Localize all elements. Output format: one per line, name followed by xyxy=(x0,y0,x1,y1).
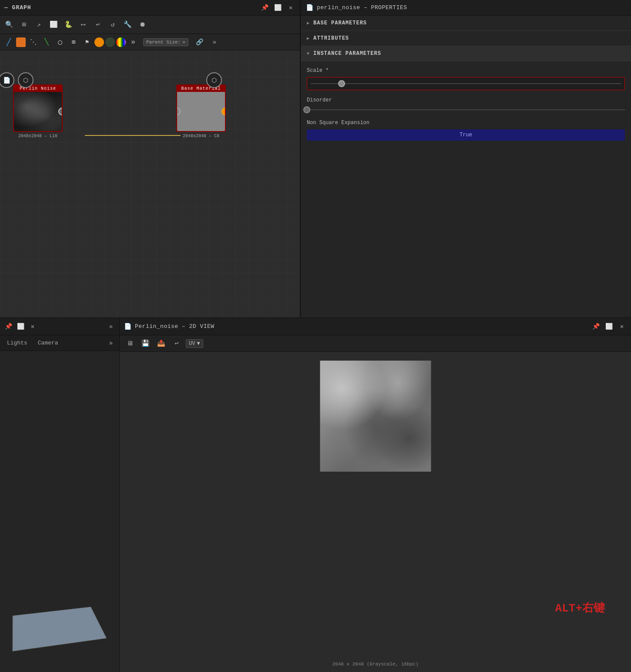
perlin-2d-image-inner xyxy=(320,361,431,472)
fit-button[interactable]: ⊞ xyxy=(17,18,30,31)
dark-circle-btn[interactable] xyxy=(105,37,115,47)
grid-btn[interactable]: ⊞ xyxy=(67,36,80,48)
scatter-btn[interactable]: ⋱ xyxy=(27,36,39,48)
maximize-button[interactable]: ⬜ xyxy=(273,3,282,13)
perlin-noise-node[interactable]: 📄 ⬡ Perlin Noise 2048x2048 – L16 xyxy=(13,72,63,138)
properties-title: perlin_noise – PROPERTIES xyxy=(317,4,407,11)
left-panel-body xyxy=(0,351,119,672)
chevron-more-btn[interactable]: » xyxy=(127,36,139,48)
color-line-btn[interactable]: ╱ xyxy=(3,36,15,48)
graph-title: — GRAPH xyxy=(4,4,31,11)
graph-header: — GRAPH 📌 ⬜ ✕ xyxy=(0,0,300,16)
camera-tab[interactable]: Camera xyxy=(34,338,62,348)
view2d-pin[interactable]: 📌 xyxy=(591,322,601,331)
perlin-settings-icon[interactable]: ⬡ xyxy=(18,72,34,88)
python-button[interactable]: 🐍 xyxy=(62,18,75,31)
instance-parameters-label: INSTANCE PARAMETERS xyxy=(313,51,381,57)
view2d-title: Perlin_noise – 2D VIEW xyxy=(135,323,215,330)
left-panel-close[interactable]: ✕ xyxy=(28,322,37,331)
perlin-preview xyxy=(14,92,62,131)
base-parameters-label: BASE PARAMETERS xyxy=(313,20,367,26)
perlin-preview-image xyxy=(14,92,62,131)
disorder-param-group: Disorder xyxy=(307,97,625,113)
disorder-slider[interactable] xyxy=(307,107,625,113)
left-panel: 📌 ⬜ ✕ » Lights Camera » xyxy=(0,318,120,672)
view2d-maximize[interactable]: ⬜ xyxy=(604,322,614,331)
scale-slider-line xyxy=(311,83,621,84)
link-btn[interactable]: 🔗 xyxy=(193,36,206,49)
instance-params-chevron: ▼ xyxy=(307,51,310,56)
view2d-close[interactable]: ✕ xyxy=(617,322,627,331)
record-button[interactable]: ⏺ xyxy=(136,18,149,31)
instance-parameters-section[interactable]: ▼ INSTANCE PARAMETERS xyxy=(301,46,631,61)
base-mat-node-info: 2048x2048 – C8 xyxy=(183,134,219,138)
non-square-dropdown[interactable]: True xyxy=(307,129,625,141)
perlin-doc-icon[interactable]: 📄 xyxy=(0,72,14,88)
view2d-header: 📄 Perlin_noise – 2D VIEW 📌 ⬜ ✕ xyxy=(120,318,631,335)
uv-dropdown[interactable]: UV ▼ xyxy=(186,339,203,348)
props-doc-icon: 📄 xyxy=(306,4,313,11)
perlin-node-info: 2048x2048 – L16 xyxy=(18,134,57,138)
route-button[interactable]: ↩ xyxy=(91,18,104,31)
circle-btn[interactable]: ◯ xyxy=(54,36,66,48)
base-mat-preview-image xyxy=(177,92,225,131)
left-panel-chevron-more[interactable]: » xyxy=(106,322,116,331)
base-mat-icon[interactable]: ⬡ xyxy=(206,72,222,88)
base-mat-preview xyxy=(177,92,225,131)
view2d-monitor-btn[interactable]: 🖥 xyxy=(123,337,136,350)
uv-chevron-icon: ▼ xyxy=(197,341,200,347)
scale-slider-container[interactable] xyxy=(307,77,625,90)
3d-plane-preview xyxy=(12,607,107,652)
properties-header: 📄 perlin_noise – PROPERTIES xyxy=(301,0,631,16)
instance-parameters-content: Scale * Disorder Non xyxy=(301,61,631,147)
base-material-node[interactable]: ⬡ Base Material 2048x2048 – C8 xyxy=(176,72,226,138)
color-fill-btn[interactable] xyxy=(16,37,26,47)
view2d-save-btn[interactable]: 💾 xyxy=(139,337,152,350)
lights-chevron-more[interactable]: » xyxy=(106,338,116,348)
non-square-label: Non Square Expansion xyxy=(307,120,625,126)
scale-slider-thumb[interactable] xyxy=(338,80,345,87)
disorder-slider-line xyxy=(307,109,625,110)
base-parameters-section[interactable]: ▶ BASE PARAMETERS xyxy=(301,16,631,31)
frame-button[interactable]: ⬜ xyxy=(47,18,60,31)
graph-canvas[interactable]: 📄 ⬡ Perlin Noise 2048x2048 – L16 xyxy=(0,51,300,317)
left-panel-tabs: Lights Camera » xyxy=(0,335,119,351)
select-button[interactable]: ↗ xyxy=(32,18,45,31)
view2d-undo-btn[interactable]: ↩ xyxy=(170,337,183,350)
circular-button[interactable]: ↺ xyxy=(106,18,119,31)
scale-label: Scale * xyxy=(307,68,625,74)
image-info: 2048 x 2048 (Grayscale, 16bpc) xyxy=(332,662,418,667)
view2d-export-btn[interactable]: 📤 xyxy=(154,337,168,350)
graph-panel: — GRAPH 📌 ⬜ ✕ 🔍 ⊞ ↗ ⬜ 🐍 ⟷ ↩ ↺ 🔧 ⏺ ╱ ⋱ ╲ … xyxy=(0,0,300,317)
connect-button[interactable]: ⟷ xyxy=(77,18,90,31)
perlin-node-body: Perlin Noise xyxy=(13,84,63,132)
disorder-slider-thumb[interactable] xyxy=(303,106,310,113)
left-panel-maximize[interactable]: ⬜ xyxy=(16,322,25,331)
properties-panel: 📄 perlin_noise – PROPERTIES ▶ BASE PARAM… xyxy=(300,0,631,317)
parent-size-button[interactable]: Parent Size: » xyxy=(143,38,188,46)
attributes-chevron: ▶ xyxy=(307,36,310,41)
view2d-body[interactable]: 2048 x 2048 (Grayscale, 16bpc) ALT+右键 xyxy=(120,352,631,672)
arrow-right-btn[interactable]: » xyxy=(208,36,221,49)
perlin-2d-image xyxy=(320,361,431,472)
view2d-doc-icon: 📄 xyxy=(124,323,131,330)
search-button[interactable]: 🔍 xyxy=(3,18,16,31)
lights-tab[interactable]: Lights xyxy=(3,338,31,348)
close-button[interactable]: ✕ xyxy=(286,3,295,13)
left-panel-header: 📌 ⬜ ✕ » xyxy=(0,318,119,335)
scale-slider-track[interactable] xyxy=(311,80,621,87)
left-panel-pin[interactable]: 📌 xyxy=(3,322,13,331)
main-toolbar: 🔍 ⊞ ↗ ⬜ 🐍 ⟷ ↩ ↺ 🔧 ⏺ xyxy=(0,16,300,34)
base-mat-body: Base Material xyxy=(176,84,226,132)
wrench-button[interactable]: 🔧 xyxy=(121,18,134,31)
diagonal-btn[interactable]: ╲ xyxy=(40,36,53,48)
spectrum-btn[interactable] xyxy=(116,37,126,47)
flag-btn[interactable]: ⚑ xyxy=(81,36,93,48)
attributes-section[interactable]: ▶ ATTRIBUTES xyxy=(301,31,631,46)
uv-label: UV xyxy=(189,341,195,347)
scale-param-group: Scale * xyxy=(307,68,625,90)
view2d-toolbar: 🖥 💾 📤 ↩ UV ▼ xyxy=(120,335,631,352)
base-params-chevron: ▶ xyxy=(307,20,310,26)
orange-circle-btn[interactable] xyxy=(94,37,104,47)
pin-button[interactable]: 📌 xyxy=(260,3,269,13)
